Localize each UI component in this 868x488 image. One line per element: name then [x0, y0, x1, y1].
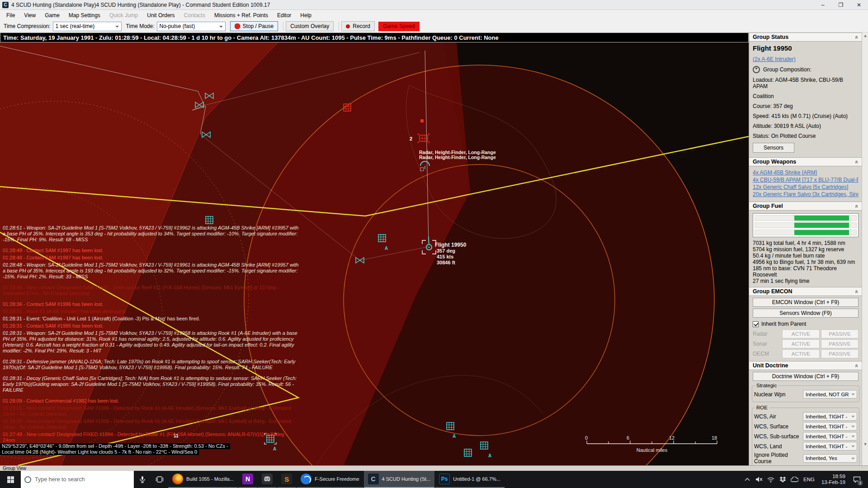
- menu-file[interactable]: File: [2, 10, 19, 20]
- fuel-bar: [794, 216, 849, 221]
- oecm-passive-button[interactable]: PASSIVE: [821, 349, 859, 358]
- network-icon[interactable]: [765, 471, 777, 488]
- taskbar-app-photoshop[interactable]: Ps Untitled-1 @ 66.7%...: [435, 471, 505, 488]
- dropbox-icon[interactable]: [777, 471, 788, 488]
- weapon-link[interactable]: 12x Generic Chaff Salvo [5x Cartridges]: [753, 183, 859, 191]
- altitude-info: Altitude: 30819 ft ASL (Auto): [753, 123, 859, 129]
- collapse-icon[interactable]: «: [854, 160, 860, 163]
- log-entry: 01:28:31 - Contact SAM #1995 has been lo…: [3, 323, 300, 329]
- wcs-subsurface-select[interactable]: Inherited, TIGHT -: [803, 432, 857, 441]
- fuel-bar: [794, 223, 849, 228]
- weapon-link[interactable]: 4x CBU-59/B APAM [717 x BLU-77/B Dual-Pu…: [753, 176, 859, 183]
- menu-missions-ref-points[interactable]: Missions + Ref. Points: [210, 10, 273, 20]
- doctrine-window-button[interactable]: Doctrine Window (Ctrl + F9): [753, 372, 859, 381]
- emcon-window-button[interactable]: EMCON Window (Ctrl + F9): [753, 298, 859, 307]
- collapse-icon[interactable]: «: [854, 290, 860, 293]
- search-icon: [24, 476, 31, 483]
- sonar-active-button[interactable]: ACTIVE: [782, 339, 820, 348]
- hostile-marker[interactable]: [420, 119, 424, 122]
- custom-overlay-button[interactable]: Custom Overlay: [286, 21, 334, 31]
- maximize-button[interactable]: ❐: [832, 0, 850, 10]
- group-status-header[interactable]: Group Status «: [749, 33, 862, 42]
- task-view-button[interactable]: [151, 471, 168, 488]
- log-entry: 01:27:48 - New contact! Designated FIXED…: [3, 432, 300, 443]
- weapon-link[interactable]: 20x Generic Flare Salvo [3x Cartridges, …: [753, 191, 859, 198]
- taskbar-app-fsecure[interactable]: F-Secure Freedome: [297, 471, 363, 488]
- time-mode-label: Time Mode:: [126, 23, 155, 29]
- wcs-surface-label: WCS, Surface: [754, 423, 803, 430]
- cloud-icon[interactable]: [788, 471, 800, 488]
- facility-tag: A: [453, 434, 456, 439]
- command-app-icon: C: [368, 474, 379, 484]
- menu-editor[interactable]: Editor: [273, 10, 296, 20]
- game-speed-button[interactable]: Game Speed: [378, 22, 420, 31]
- menu-help[interactable]: Help: [296, 10, 316, 20]
- group-type-link[interactable]: (2x A-6E Intruder): [753, 56, 859, 62]
- menu-unit-orders[interactable]: Unit Orders: [142, 10, 179, 20]
- ignore-plotted-course-select[interactable]: Inherited, Yes: [803, 454, 857, 463]
- taskbar-search-box[interactable]: Type here to search: [21, 471, 134, 488]
- sonar-passive-button[interactable]: PASSIVE: [821, 339, 859, 348]
- time-compression-select[interactable]: 1 sec (real-time): [53, 22, 122, 31]
- wcs-air-select[interactable]: Inherited, TIGHT -: [803, 412, 857, 421]
- map-area[interactable]: Time: Saturday, 19 January 1991 - Zulu: …: [0, 33, 749, 465]
- group-emcon-header[interactable]: Group EMCON «: [749, 287, 862, 296]
- scroll-up-icon[interactable]: ▲: [862, 33, 868, 39]
- fuel-info: 50.4 kg / minute fuel burn rate: [753, 253, 859, 259]
- sidebar-scrollbar[interactable]: ▲ ▼: [862, 33, 868, 465]
- dictation-mic-button[interactable]: [134, 471, 151, 488]
- group-composition-toggle[interactable]: Group Composition:: [753, 66, 859, 73]
- taskbar-app-discord[interactable]: [258, 471, 277, 488]
- group-weapons-header[interactable]: Group Weapons «: [749, 157, 862, 166]
- speed-info: Speed: 415 kts (M 0.71) (Cruise) (Auto): [753, 113, 859, 119]
- toolbar: Time Compression: 1 sec (real-time) Time…: [0, 20, 868, 33]
- stop-pause-button[interactable]: Stop / Pause: [230, 21, 278, 31]
- record-button[interactable]: Record: [341, 21, 375, 31]
- weapon-link[interactable]: 4x AGM-45B Shrike [ARM]: [753, 169, 859, 176]
- menu-game[interactable]: Game: [40, 10, 64, 20]
- wcs-surface-select[interactable]: Inherited, TIGHT -: [803, 422, 857, 431]
- radar-passive-button[interactable]: PASSIVE: [821, 329, 859, 338]
- emcon-oecm-label: OECM: [753, 349, 781, 358]
- taskbar-app-firefox[interactable]: Build 1055 - Mozilla...: [168, 471, 238, 488]
- fuel-info: 27 min 1 sec flying time: [753, 278, 859, 284]
- group-fuel-header[interactable]: Group Fuel «: [749, 202, 862, 211]
- facility-tag: A: [488, 453, 491, 458]
- taskbar-clock[interactable]: 18:59 13-Feb-19: [818, 474, 849, 485]
- language-indicator[interactable]: ENG: [800, 477, 818, 482]
- tray-chevron-up-icon[interactable]: [741, 471, 753, 488]
- hostile-sam-site-icon[interactable]: [418, 134, 430, 143]
- emcon-radar-label: Radar: [753, 329, 781, 338]
- inherit-from-parent-checkbox[interactable]: Inherit from Parent: [753, 321, 859, 327]
- menu-view[interactable]: View: [19, 10, 40, 20]
- oecm-active-button[interactable]: ACTIVE: [782, 349, 820, 358]
- collapse-icon[interactable]: «: [854, 204, 860, 207]
- emcon-sonar-label: Sonar: [753, 339, 781, 348]
- action-center-button[interactable]: 3: [849, 471, 864, 488]
- menu-map-settings[interactable]: Map Settings: [64, 10, 105, 20]
- time-mode-select[interactable]: No-pulse (fast): [157, 22, 226, 31]
- taskbar-app-sublime[interactable]: S: [277, 471, 296, 488]
- svg-text:357 deg: 357 deg: [437, 248, 455, 253]
- minimize-button[interactable]: –: [814, 0, 832, 10]
- close-button[interactable]: ✕: [850, 0, 868, 10]
- taskbar-app-onenote[interactable]: N: [238, 471, 257, 488]
- taskbar-app-command[interactable]: C 4 SCUD Hunting (St...: [364, 471, 435, 488]
- sensors-window-button[interactable]: Sensors Window (F9): [753, 309, 859, 318]
- nuclear-wpn-select[interactable]: Inherited, NOT GR: [803, 390, 857, 399]
- menu-quick-jump: Quick Jump: [105, 10, 142, 20]
- collapse-icon[interactable]: «: [854, 35, 860, 38]
- start-button[interactable]: [0, 471, 21, 488]
- windows-logo-icon: [7, 476, 14, 483]
- volume-muted-icon[interactable]: [753, 471, 765, 488]
- unit-doctrine-header[interactable]: Unit Doctrine «: [749, 361, 862, 370]
- view-mode-status-bar: Group View: [0, 465, 868, 471]
- collapse-icon[interactable]: «: [854, 364, 860, 367]
- wcs-land-select[interactable]: Inherited, TIGHT -: [803, 442, 857, 450]
- radar-active-button[interactable]: ACTIVE: [782, 329, 820, 338]
- discord-icon: [262, 474, 273, 484]
- fsecure-icon: [301, 474, 311, 484]
- simulation-time-bar: Time: Saturday, 19 January 1991 - Zulu: …: [0, 33, 749, 42]
- sensors-button[interactable]: Sensors: [753, 143, 794, 153]
- scroll-down-icon[interactable]: ▼: [862, 441, 868, 447]
